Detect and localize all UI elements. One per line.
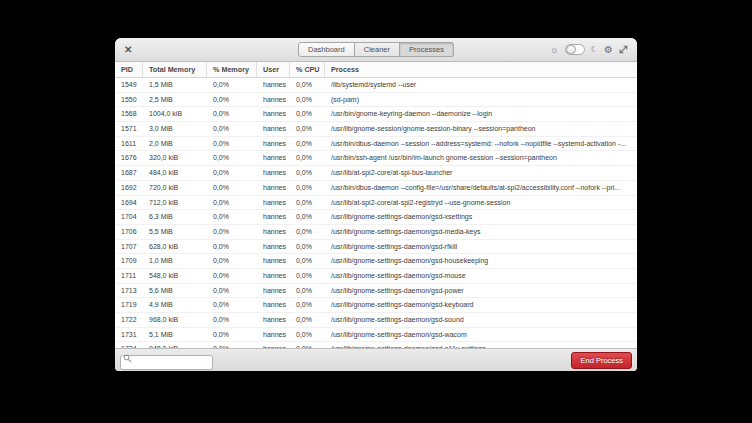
headerbar-controls: ☼ ☾ ⚙ <box>550 44 628 55</box>
table-cell: /usr/lib/at-spi2-core/at-spi-bus-launche… <box>325 166 637 180</box>
table-cell: 0,0% <box>290 284 325 298</box>
table-cell: hannes <box>257 284 290 298</box>
table-row[interactable]: 17194,9 MiB0,0%hannes0,0%/usr/lib/gnome-… <box>115 298 637 313</box>
table-row[interactable]: 1676320,0 kiB0,0%hannes0,0%/usr/bin/ssh-… <box>115 151 637 166</box>
table-cell: hannes <box>257 137 290 151</box>
column-header-pid[interactable]: PID <box>115 62 143 77</box>
process-table-body: 15491,5 MiB0,0%hannes0,0%/lib/systemd/sy… <box>115 78 637 348</box>
table-cell: 1707 <box>115 240 143 254</box>
toggle-knob <box>566 45 576 54</box>
light-mode-sun-icon: ☼ <box>550 45 559 55</box>
table-cell: hannes <box>257 269 290 283</box>
table-cell: 0,0% <box>207 210 257 224</box>
table-row[interactable]: 1687484,0 kiB0,0%hannes0,0%/usr/lib/at-s… <box>115 166 637 181</box>
table-cell: hannes <box>257 298 290 312</box>
tab-dashboard[interactable]: Dashboard <box>298 42 355 57</box>
table-cell: hannes <box>257 196 290 210</box>
table-cell: 4,9 MiB <box>143 298 207 312</box>
table-cell: 1692 <box>115 181 143 195</box>
table-cell: 0,0% <box>207 225 257 239</box>
table-cell: /usr/bin/gnome-keyring-daemon --daemoniz… <box>325 107 637 121</box>
table-row[interactable]: 17065,5 MiB0,0%hannes0,0%/usr/lib/gnome-… <box>115 225 637 240</box>
table-row[interactable]: 15491,5 MiB0,0%hannes0,0%/lib/systemd/sy… <box>115 78 637 93</box>
table-cell: hannes <box>257 254 290 268</box>
close-button[interactable]: ✕ <box>124 45 132 55</box>
table-cell: hannes <box>257 313 290 327</box>
table-row[interactable]: 17046,3 MiB0,0%hannes0,0%/usr/lib/gnome-… <box>115 210 637 225</box>
table-cell: 1004,0 kiB <box>143 107 207 121</box>
tab-processes[interactable]: Processes <box>400 42 454 57</box>
view-switcher: Dashboard Cleaner Processes <box>298 42 454 57</box>
table-cell: 3,0 MiB <box>143 122 207 136</box>
table-cell: 0,0% <box>207 196 257 210</box>
table-cell: 0,0% <box>290 254 325 268</box>
table-cell: 0,0% <box>290 313 325 327</box>
table-row[interactable]: 1711548,0 kiB0,0%hannes0,0%/usr/lib/gnom… <box>115 269 637 284</box>
table-row[interactable]: 17315,1 MiB0,0%hannes0,0%/usr/lib/gnome-… <box>115 328 637 343</box>
table-cell: /usr/lib/gnome-session/gnome-session-bin… <box>325 122 637 136</box>
table-cell: /lib/systemd/systemd --user <box>325 78 637 92</box>
table-cell: 5,6 MiB <box>143 284 207 298</box>
table-cell: hannes <box>257 240 290 254</box>
table-cell: 484,0 kiB <box>143 166 207 180</box>
table-cell: 548,0 kiB <box>143 269 207 283</box>
table-cell: 968,0 kiB <box>143 313 207 327</box>
table-cell: hannes <box>257 166 290 180</box>
table-cell: 1571 <box>115 122 143 136</box>
table-cell: 1711 <box>115 269 143 283</box>
column-header-total-memory[interactable]: Total Memory <box>143 62 207 77</box>
table-row[interactable]: 1722968,0 kiB0,0%hannes0,0%/usr/lib/gnom… <box>115 313 637 328</box>
table-cell: /usr/lib/gnome-settings-daemon/gsd-media… <box>325 225 637 239</box>
expand-fullscreen-icon[interactable] <box>619 45 628 54</box>
table-cell: 1694 <box>115 196 143 210</box>
dark-mode-toggle[interactable] <box>565 44 585 55</box>
table-cell: 320,0 kiB <box>143 151 207 165</box>
table-row[interactable]: 15681004,0 kiB0,0%hannes0,0%/usr/bin/gno… <box>115 107 637 122</box>
table-cell: 1687 <box>115 166 143 180</box>
table-cell: 0,0% <box>207 78 257 92</box>
table-cell: /usr/lib/at-spi2-core/at-spi2-registryd … <box>325 196 637 210</box>
table-cell: 0,0% <box>207 240 257 254</box>
table-cell: hannes <box>257 122 290 136</box>
table-row[interactable]: 15713,0 MiB0,0%hannes0,0%/usr/lib/gnome-… <box>115 122 637 137</box>
end-process-button[interactable]: End Process <box>571 352 632 369</box>
table-cell: 0,0% <box>290 298 325 312</box>
column-header-process[interactable]: Process <box>325 62 637 77</box>
column-header-percent-cpu[interactable]: % CPU <box>290 62 325 77</box>
table-cell: 0,0% <box>290 122 325 136</box>
table-row[interactable]: 17091,0 MiB0,0%hannes0,0%/usr/lib/gnome-… <box>115 254 637 269</box>
table-cell: hannes <box>257 78 290 92</box>
table-cell: /usr/bin/ssh-agent /usr/bin/im-launch gn… <box>325 151 637 165</box>
table-cell: hannes <box>257 328 290 342</box>
table-row[interactable]: 1692720,0 kiB0,0%hannes0,0%/usr/bin/dbus… <box>115 181 637 196</box>
table-cell: 0,0% <box>207 254 257 268</box>
table-cell: 0,0% <box>290 137 325 151</box>
table-row[interactable]: 17135,6 MiB0,0%hannes0,0%/usr/lib/gnome-… <box>115 284 637 299</box>
table-row[interactable]: 15502,5 MiB0,0%hannes0,0%(sd-pam) <box>115 93 637 108</box>
table-cell: /usr/lib/gnome-settings-daemon/gsd-rfkil… <box>325 240 637 254</box>
table-cell: 1549 <box>115 78 143 92</box>
dark-mode-moon-icon: ☾ <box>591 46 598 54</box>
table-cell: 1704 <box>115 210 143 224</box>
table-row[interactable]: 16112,0 MiB0,0%hannes0,0%/usr/bin/dbus-d… <box>115 137 637 152</box>
table-cell: 0,0% <box>290 166 325 180</box>
table-cell: 1722 <box>115 313 143 327</box>
column-header-percent-memory[interactable]: % Memory <box>207 62 257 77</box>
table-cell: 1611 <box>115 137 143 151</box>
table-cell: 0,0% <box>290 210 325 224</box>
settings-gear-icon[interactable]: ⚙ <box>604 45 613 55</box>
table-cell: 1,0 MiB <box>143 254 207 268</box>
column-header-user[interactable]: User <box>257 62 290 77</box>
desktop-background: ✕ Dashboard Cleaner Processes ☼ ☾ ⚙ <box>0 0 752 423</box>
table-cell: 1731 <box>115 328 143 342</box>
table-cell: /usr/lib/gnome-settings-daemon/gsd-keybo… <box>325 298 637 312</box>
table-row[interactable]: 1707628,0 kiB0,0%hannes0,0%/usr/lib/gnom… <box>115 240 637 255</box>
table-cell: 0,0% <box>207 328 257 342</box>
tab-cleaner[interactable]: Cleaner <box>355 42 400 57</box>
table-cell: 0,0% <box>207 166 257 180</box>
table-row[interactable]: 1694712,0 kiB0,0%hannes0,0%/usr/lib/at-s… <box>115 196 637 211</box>
search-input[interactable] <box>120 355 213 370</box>
table-cell: hannes <box>257 93 290 107</box>
table-cell: 2,5 MiB <box>143 93 207 107</box>
table-cell: 0,0% <box>207 298 257 312</box>
